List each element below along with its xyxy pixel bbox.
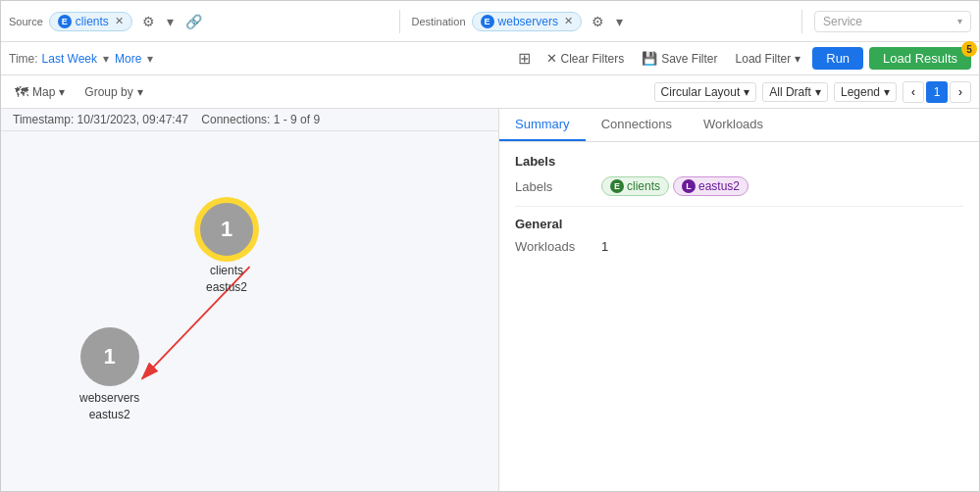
label-chip-clients[interactable]: E clients (601, 176, 669, 196)
save-icon: 💾 (642, 51, 657, 66)
results-badge: 5 (961, 41, 977, 57)
graph-panel: Timestamp: 10/31/2023, 09:47:47 Connecti… (1, 109, 498, 491)
general-section-title: General (515, 217, 963, 231)
action-bar-left: Time: Last Week ▾ More ▾ (9, 52, 508, 66)
more-btn[interactable]: More (115, 52, 141, 66)
graph-area: 1 clients eastus2 1 webservers eastus2 (1, 131, 498, 486)
dest-chevron-icon[interactable]: ▾ (612, 12, 627, 31)
panel-content: Labels Labels E clients L eastus2 (499, 142, 979, 491)
layout-select[interactable]: Circular Layout ▾ (654, 82, 757, 102)
webservers-label-line1: webservers (79, 390, 139, 407)
clients-label-line2: eastus2 (206, 279, 247, 296)
tab-summary[interactable]: Summary (499, 109, 586, 141)
tab-connections[interactable]: Connections (586, 109, 688, 141)
app-container: Source E clients ✕ ⚙ ▾ 🔗 Destination E w… (0, 0, 980, 492)
chip-eastus2-text: eastus2 (698, 179, 740, 193)
clients-node-circle: 1 (197, 200, 256, 259)
layout-label: Circular Layout (661, 85, 741, 99)
legend-chevron-icon: ▾ (884, 85, 890, 99)
load-results-label: Load Results (883, 51, 957, 66)
clear-filters-label: Clear Filters (561, 52, 625, 66)
source-link-icon[interactable]: 🔗 (181, 12, 206, 31)
labels-row: Labels E clients L eastus2 (515, 176, 963, 196)
grid-icon-btn[interactable]: ⊞ (514, 47, 535, 70)
source-tag-text: clients (76, 15, 109, 28)
group-by-chevron-icon: ▾ (137, 85, 143, 99)
webservers-node[interactable]: 1 webservers eastus2 (79, 327, 139, 423)
webservers-node-circle: 1 (80, 327, 139, 386)
group-by-btn[interactable]: Group by ▾ (78, 82, 148, 102)
page-next-btn[interactable]: › (950, 81, 971, 103)
toolbar: 🗺 Map ▾ Group by ▾ Circular Layout ▾ All… (1, 75, 979, 109)
time-value[interactable]: Last Week (42, 52, 97, 66)
map-label: Map (32, 85, 55, 99)
panel-tabs: Summary Connections Workloads (499, 109, 979, 142)
load-filter-label: Load Filter (736, 52, 792, 66)
section-separator (515, 206, 963, 207)
dest-tag-pill[interactable]: E webservers ✕ (472, 12, 582, 31)
webservers-label-line2: eastus2 (79, 407, 139, 423)
clients-node-label: clients eastus2 (206, 263, 247, 296)
save-filter-btn[interactable]: 💾 Save Filter (636, 48, 723, 69)
load-chevron-icon: ▾ (795, 52, 800, 66)
labels-section-title: Labels (515, 154, 963, 169)
dest-settings-icon[interactable]: ⚙ (588, 12, 608, 31)
time-filter: Time: Last Week ▾ More ▾ (9, 52, 155, 66)
workloads-key: Workloads (515, 239, 593, 254)
map-icon: 🗺 (15, 84, 28, 100)
page-current: 1 (926, 81, 948, 103)
tab-workloads[interactable]: Workloads (688, 109, 779, 141)
save-filter-label: Save Filter (661, 52, 717, 66)
dest-tag-text: webservers (498, 15, 558, 28)
clear-icon: ✕ (546, 51, 557, 66)
chip-clients-text: clients (627, 179, 660, 193)
label-chip-eastus2[interactable]: L eastus2 (673, 176, 748, 196)
dest-label: Destination (412, 16, 466, 27)
layout-chevron-icon: ▾ (744, 85, 749, 99)
toolbar-left: 🗺 Map ▾ Group by ▾ (9, 81, 646, 103)
run-btn[interactable]: Run (812, 47, 863, 70)
main-content: Timestamp: 10/31/2023, 09:47:47 Connecti… (1, 109, 979, 491)
dest-controls: ⚙ ▾ (588, 12, 627, 31)
connections-text: Connections: 1 - 9 of 9 (201, 113, 320, 126)
load-filter-btn[interactable]: Load Filter ▾ (730, 49, 807, 69)
source-tag-close[interactable]: ✕ (115, 15, 124, 27)
draft-select[interactable]: All Draft ▾ (762, 82, 828, 102)
chip-env-icon: E (610, 179, 624, 193)
group-by-label: Group by (84, 85, 132, 99)
page-prev-btn[interactable]: ‹ (903, 81, 924, 103)
map-chevron-icon: ▾ (59, 85, 65, 99)
source-tag-pill[interactable]: E clients ✕ (49, 12, 132, 31)
graph-header: Timestamp: 10/31/2023, 09:47:47 Connecti… (1, 109, 498, 131)
source-tag-icon: E (58, 15, 72, 28)
clear-filters-btn[interactable]: ✕ Clear Filters (541, 48, 631, 69)
service-dropdown[interactable]: Service ▾ (814, 11, 971, 32)
dest-tag-icon: E (481, 15, 494, 28)
timestamp-text: Timestamp: 10/31/2023, 09:47:47 (13, 113, 188, 126)
filter-divider-2 (801, 10, 802, 33)
chip-loc-icon: L (682, 179, 696, 193)
destination-section: Destination E webservers ✕ ⚙ ▾ (412, 12, 791, 31)
map-btn[interactable]: 🗺 Map ▾ (9, 81, 71, 103)
right-panel: Summary Connections Workloads Labels Lab… (498, 109, 979, 491)
filter-bar: Source E clients ✕ ⚙ ▾ 🔗 Destination E w… (1, 1, 979, 42)
labels-value: E clients L eastus2 (601, 176, 748, 196)
legend-label: Legend (841, 85, 880, 99)
dest-tag-close[interactable]: ✕ (564, 15, 573, 27)
source-settings-icon[interactable]: ⚙ (138, 12, 159, 31)
legend-select[interactable]: Legend ▾ (834, 82, 897, 102)
source-chevron-icon[interactable]: ▾ (163, 12, 178, 31)
filter-divider (399, 10, 400, 33)
draft-label: All Draft (769, 85, 811, 99)
source-label: Source (9, 16, 43, 27)
service-chevron-icon: ▾ (957, 16, 962, 26)
load-results-btn[interactable]: Load Results 5 (869, 47, 971, 70)
connection-arrow (1, 131, 498, 486)
workloads-row: Workloads 1 (515, 239, 963, 254)
source-section: Source E clients ✕ ⚙ ▾ 🔗 (9, 12, 387, 31)
clients-node[interactable]: 1 clients eastus2 (197, 200, 256, 296)
service-placeholder: Service (823, 15, 862, 28)
page-nav: ‹ 1 › (903, 81, 971, 103)
time-label: Time: (9, 52, 38, 66)
clients-label-line1: clients (206, 263, 247, 279)
